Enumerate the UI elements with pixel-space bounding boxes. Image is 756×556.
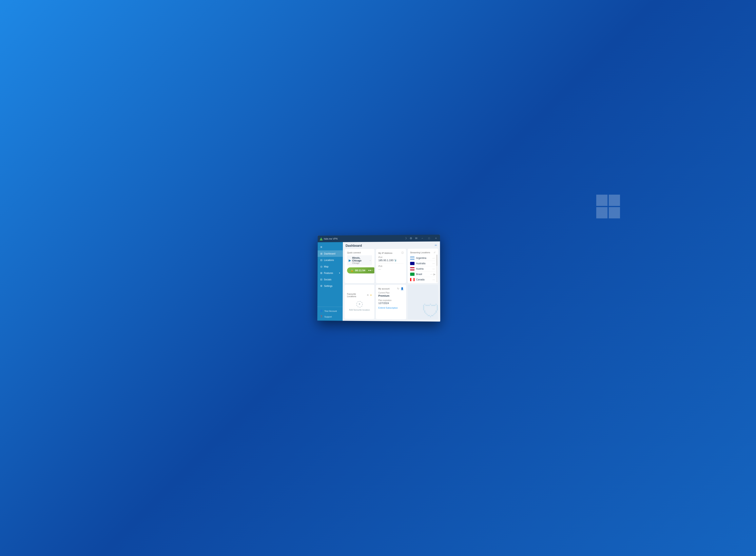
moon-icon[interactable]: ☽	[404, 237, 407, 240]
ip-info-icon: ⓘ	[401, 251, 403, 255]
lock-icon: 🔒	[351, 269, 354, 272]
add-favourite-label: Add favourite location	[349, 309, 370, 311]
mail-icon[interactable]: ✉	[415, 237, 417, 240]
window-title: hide.me VPN	[324, 237, 337, 240]
canada-more-button[interactable]: ···	[432, 278, 435, 281]
settings-icon[interactable]: ⚙	[409, 237, 412, 240]
australia-flag-icon	[410, 262, 414, 265]
features-expand-arrow: ▾	[339, 272, 340, 274]
sidebar: ≡ ⊞ Dashboard ⊟ Locations ◎ Map ⊞ Featur…	[317, 242, 343, 321]
streaming-expand-icon[interactable]: ⤢	[434, 251, 435, 254]
settings-nav-icon: ⚙	[320, 284, 322, 287]
streaming-item-argentina: Argentina ···	[410, 255, 435, 261]
brasil-more-button[interactable]: ···	[429, 273, 433, 276]
dashboard-grid: Quick connect ▶ Illinois, Chicago Chicag…	[343, 249, 440, 322]
expiry-value: 12/7/2024	[378, 302, 404, 305]
dot-1	[368, 270, 369, 271]
favourite-title: Favourite Locations	[347, 293, 366, 298]
location-expand-arrow: ›	[369, 259, 370, 262]
streaming-item-brasil: Brasil ··· ▶	[410, 272, 435, 277]
title-bar: hide.me VPN ☽ ⚙ ✉ − □ ×	[318, 235, 440, 242]
sidebar-item-support[interactable]: ❓ Support	[317, 314, 343, 320]
sidebar-label-dashboard: Dashboard	[324, 252, 335, 255]
streaming-name-canada: Canada	[416, 278, 432, 281]
scrollbar-thumb	[436, 255, 437, 266]
signal-dots	[368, 270, 372, 271]
brasil-play-button[interactable]: ▶	[433, 273, 435, 276]
vpn-application-window: hide.me VPN ☽ ⚙ ✉ − □ × ≡ ⊞ Dashboard	[317, 235, 440, 321]
quick-connect-header: Quick connect	[347, 251, 372, 254]
quick-connect-location[interactable]: ▶ Illinois, Chicago Chicago ›	[347, 255, 372, 265]
account-title: My account	[378, 287, 389, 290]
sidebar-label-support: Support	[324, 315, 332, 318]
scrollbar[interactable]	[436, 255, 437, 282]
sidebar-item-account[interactable]: 👤 Your Account	[317, 308, 343, 314]
add-favourite-button[interactable]: + Add favourite location	[349, 301, 370, 311]
favourite-header-row: Favourite Locations ⚙ ★	[347, 293, 372, 298]
edit-icon[interactable]: ✏	[435, 244, 437, 247]
ip-signal-icon: 📡	[394, 259, 397, 262]
locations-icon: ⊟	[320, 258, 322, 262]
plan-label: Current Plan	[378, 292, 404, 294]
quick-connect-title: Quick connect	[347, 251, 361, 254]
account-person-icon[interactable]: 👤	[400, 287, 404, 290]
streaming-locations-title: Streaming Locations	[410, 251, 430, 254]
title-bar-controls: ☽ ⚙ ✉ − □ ×	[404, 236, 438, 240]
streaming-item-canada: Canada ···	[410, 277, 435, 282]
sidebar-bottom: 👤 Your Account ❓ Support	[317, 307, 343, 321]
sidebar-item-socials[interactable]: ⊟ Socials	[317, 276, 343, 283]
streaming-item-australia: Australia ···	[410, 261, 435, 266]
account-refresh-icon[interactable]: ↻	[397, 287, 399, 290]
dot-2	[370, 270, 371, 271]
location-sub: Chicago	[352, 262, 369, 264]
austria-more-button[interactable]: ···	[432, 267, 435, 270]
minimize-button[interactable]: −	[420, 236, 424, 240]
sidebar-label-account: Your Account	[324, 310, 337, 312]
vpn-window-wrapper: hide.me VPN ☽ ⚙ ✉ − □ × ≡ ⊞ Dashboard	[317, 235, 440, 321]
maximize-button[interactable]: □	[427, 236, 431, 240]
sidebar-item-map[interactable]: ◎ Map	[318, 263, 343, 270]
ip-divider	[378, 263, 404, 264]
sidebar-item-settings[interactable]: ⚙ Settings	[317, 283, 343, 289]
location-name: Illinois, Chicago	[352, 256, 369, 262]
account-icon: 👤	[320, 310, 323, 312]
vpn-art-card: 🛡	[407, 285, 438, 320]
plan-value: Premium	[378, 294, 404, 297]
close-button[interactable]: ×	[434, 236, 438, 240]
ip-address-card: My IP Address ⓘ IPv4 185.93.1.193 📡 IPv6…	[376, 249, 406, 283]
australia-more-button[interactable]: ···	[432, 262, 435, 265]
ipv4-label: IPv4	[378, 256, 404, 258]
expiry-label: Plan expiration	[378, 299, 404, 302]
app-body: ≡ ⊞ Dashboard ⊟ Locations ◎ Map ⊞ Featur…	[317, 241, 440, 321]
sidebar-item-locations[interactable]: ⊟ Locations	[318, 257, 343, 263]
vpn-decoration-art: 🛡	[422, 301, 438, 320]
location-text: Illinois, Chicago Chicago	[352, 256, 369, 264]
brasil-flag-icon	[410, 273, 414, 276]
hamburger-menu-button[interactable]: ≡	[318, 244, 343, 250]
streaming-item-austria: Austria ···	[410, 266, 435, 272]
ip-address-title: My IP Address	[378, 252, 392, 254]
canada-flag-icon	[410, 278, 414, 281]
austria-flag-icon	[410, 267, 414, 271]
add-favourite-circle: +	[356, 301, 362, 307]
ipv6-label: IPv6	[378, 265, 404, 267]
map-icon: ◎	[320, 265, 322, 268]
sidebar-label-map: Map	[324, 265, 328, 268]
extend-subscription-link[interactable]: Extend Subscription	[378, 307, 398, 309]
main-content: Dashboard ✏ Quick connect ▶ Illinois, Ch…	[343, 241, 440, 321]
title-bar-left: hide.me VPN	[320, 237, 404, 241]
argentina-more-button[interactable]: ···	[432, 256, 435, 259]
sidebar-item-features[interactable]: ⊞ Features ▾	[318, 270, 343, 276]
connect-timer: 00:11:54	[355, 269, 365, 272]
streaming-name-argentina: Argentina	[416, 256, 432, 259]
account-header: My account ↻ 👤	[378, 287, 404, 290]
connect-button[interactable]: 🔒 00:11:54	[347, 267, 374, 273]
argentina-flag-icon	[410, 256, 414, 259]
sidebar-label-features: Features	[324, 272, 333, 274]
sidebar-item-dashboard[interactable]: ⊞ Dashboard	[318, 250, 343, 257]
favourite-settings-icon[interactable]: ⚙	[367, 294, 369, 297]
streaming-locations-card: Streaming Locations ⤢ Argentina ···	[407, 249, 438, 283]
windows-logo	[596, 195, 620, 218]
ip-address-header: My IP Address ⓘ	[378, 251, 404, 255]
streaming-list: Argentina ··· Australia ··· Austria	[410, 255, 435, 282]
